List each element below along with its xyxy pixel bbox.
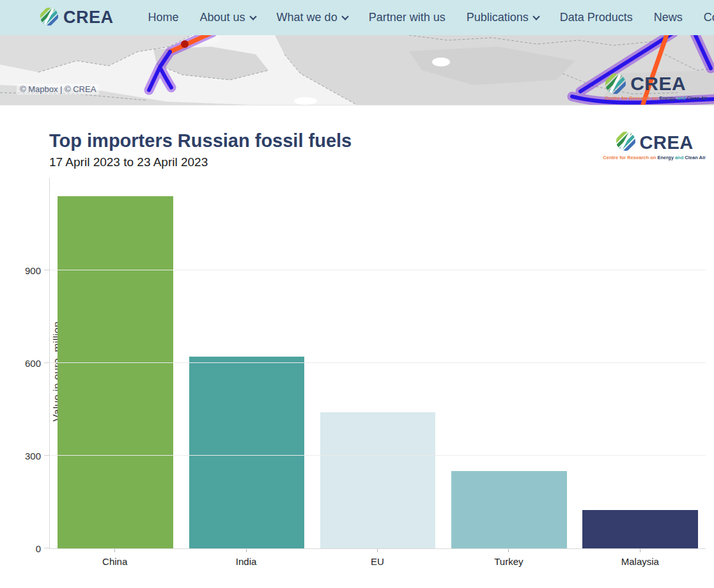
nav-item-contact[interactable]: Contact	[704, 11, 714, 24]
x-tick-mark	[114, 549, 115, 552]
plot-area: Value in euro, million 0300600900	[49, 178, 706, 549]
tagline-part: and	[676, 95, 687, 101]
gridline	[50, 455, 706, 456]
tagline-part: Clean Air	[687, 95, 708, 101]
chart-panel: Top importers Russian fossil fuels 17 Ap…	[0, 105, 714, 567]
map-crea-logo: CREA Centre for Research on Energy and C…	[605, 73, 708, 101]
bar-band	[50, 178, 181, 548]
bar-india[interactable]	[189, 357, 305, 548]
y-tick-mark	[44, 362, 49, 363]
chevron-down-icon	[532, 13, 539, 20]
nav-item-label: Publications	[467, 11, 529, 24]
bar-band	[575, 178, 706, 548]
brand-name: CREA	[640, 132, 694, 153]
nav-item-what-we-do[interactable]: What we do	[277, 11, 348, 24]
bar-malaysia[interactable]	[582, 510, 698, 548]
nav-item-publications[interactable]: Publications	[467, 11, 539, 24]
chart-crea-logo: CREA Centre for Research on Energy and C…	[603, 131, 706, 160]
tagline-part: and	[674, 155, 685, 160]
tagline-part: Energy	[659, 95, 675, 101]
x-tick-mark	[640, 549, 640, 552]
nav-item-label: Data Products	[560, 11, 633, 24]
nav-item-about-us[interactable]: About us	[200, 11, 256, 24]
tagline-part: Energy	[657, 155, 673, 160]
gridline	[50, 270, 706, 270]
y-tick-mark	[44, 548, 49, 548]
crea-logo-icon	[40, 7, 59, 29]
bar-band	[444, 178, 575, 548]
nav-item-label: Home	[148, 11, 179, 24]
crea-tagline: Centre for Research on Energy and Clean …	[603, 155, 706, 160]
crea-tagline: Centre for Research on Energy and Clean …	[605, 95, 708, 101]
brand-name: CREA	[63, 8, 114, 27]
x-category-cell: EU	[312, 549, 443, 567]
nav-item-label: Contact	[704, 11, 714, 24]
y-tick-mark	[44, 270, 49, 270]
nav-item-label: What we do	[277, 11, 338, 24]
bar-band	[181, 178, 312, 548]
x-category-label: India	[236, 556, 257, 567]
x-category-cell: Turkey	[443, 549, 574, 567]
tagline-part: Centre for Research on	[603, 155, 657, 160]
nav-item-label: News	[654, 11, 683, 24]
y-tick-mark	[44, 455, 49, 456]
bar-china[interactable]	[58, 196, 173, 548]
brand-name: CREA	[630, 73, 686, 95]
x-tick-mark	[246, 549, 247, 552]
nav-item-label: About us	[200, 11, 245, 24]
shipping-routes-map[interactable]: © Mapbox | © CREA CREA	[0, 35, 714, 105]
x-category-label: Malaysia	[621, 556, 659, 567]
crea-brand-logo[interactable]: CREA	[40, 7, 114, 29]
x-category-cell: Malaysia	[575, 549, 706, 567]
top-navigation-bar: CREA HomeAbout usWhat we doPartner with …	[0, 0, 714, 35]
chevron-down-icon	[249, 13, 256, 20]
bar-eu[interactable]	[320, 412, 436, 548]
tagline-part: Clean Air	[685, 155, 706, 160]
x-axis: ChinaIndiaEUTurkeyMalaysia	[49, 549, 706, 567]
x-category-label: Turkey	[494, 556, 523, 567]
crea-logo-icon	[616, 131, 636, 154]
nav-item-label: Partner with us	[369, 11, 446, 24]
x-tick-mark	[377, 549, 378, 552]
y-tick-label: 300	[25, 451, 41, 461]
y-tick-label: 900	[25, 265, 41, 276]
x-category-label: EU	[371, 556, 384, 567]
bar-series	[50, 178, 706, 548]
nav-item-partner-with-us[interactable]: Partner with us	[369, 11, 446, 24]
x-category-cell: India	[180, 549, 311, 567]
nav-menu: HomeAbout usWhat we doPartner with usPub…	[148, 11, 714, 24]
tagline-part: Centre for Research on	[605, 95, 659, 101]
chevron-down-icon	[341, 13, 348, 20]
gridline	[50, 362, 706, 363]
y-tick-label: 0	[36, 543, 41, 554]
map-attribution[interactable]: © Mapbox | © CREA	[17, 84, 99, 95]
nav-item-news[interactable]: News	[654, 11, 683, 24]
x-category-label: China	[102, 556, 127, 567]
nav-item-data-products[interactable]: Data Products	[560, 11, 633, 24]
bar-band	[312, 178, 443, 548]
nav-item-home[interactable]: Home	[148, 11, 179, 24]
x-category-cell: China	[49, 549, 180, 567]
bar-turkey[interactable]	[451, 471, 567, 548]
x-tick-mark	[508, 549, 509, 552]
y-tick-label: 600	[25, 358, 41, 369]
